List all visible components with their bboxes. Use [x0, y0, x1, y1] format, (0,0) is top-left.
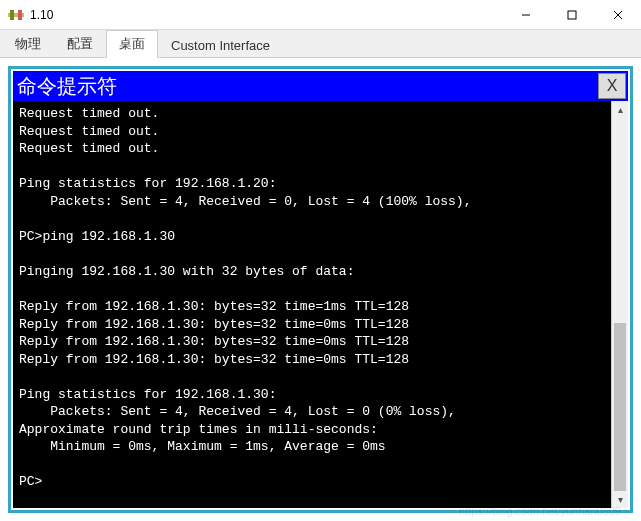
close-button[interactable] — [595, 0, 641, 30]
watermark: https://blog.csdn.net/yunhan0609 — [459, 505, 621, 517]
svg-rect-2 — [18, 10, 22, 20]
tab-bar: 物理 配置 桌面 Custom Interface — [0, 30, 641, 58]
terminal-window: 命令提示符 X Request timed out. Request timed… — [13, 71, 628, 508]
scroll-up-button[interactable]: ▴ — [612, 101, 628, 118]
scroll-track[interactable] — [612, 118, 628, 491]
app-icon — [8, 7, 24, 23]
tab-physical[interactable]: 物理 — [2, 30, 54, 57]
workspace: 命令提示符 X Request timed out. Request timed… — [0, 58, 641, 521]
terminal-titlebar: 命令提示符 X — [13, 71, 628, 101]
maximize-button[interactable] — [549, 0, 595, 30]
terminal-title: 命令提示符 — [17, 73, 598, 100]
terminal-output[interactable]: Request timed out. Request timed out. Re… — [13, 101, 611, 508]
svg-rect-1 — [10, 10, 14, 20]
window-buttons — [503, 0, 641, 30]
scroll-thumb[interactable] — [614, 323, 626, 491]
window-title: 1.10 — [30, 8, 503, 22]
tab-config[interactable]: 配置 — [54, 30, 106, 57]
svg-line-6 — [614, 11, 622, 19]
svg-line-5 — [614, 11, 622, 19]
tab-desktop[interactable]: 桌面 — [106, 30, 158, 58]
vertical-scrollbar[interactable]: ▴ ▾ — [611, 101, 628, 508]
tab-custom-interface[interactable]: Custom Interface — [158, 33, 283, 57]
minimize-button[interactable] — [503, 0, 549, 30]
terminal-body-wrap: Request timed out. Request timed out. Re… — [13, 101, 628, 508]
svg-rect-4 — [568, 11, 576, 19]
terminal-close-button[interactable]: X — [598, 73, 626, 99]
title-bar: 1.10 — [0, 0, 641, 30]
app-frame: 命令提示符 X Request timed out. Request timed… — [8, 66, 633, 513]
